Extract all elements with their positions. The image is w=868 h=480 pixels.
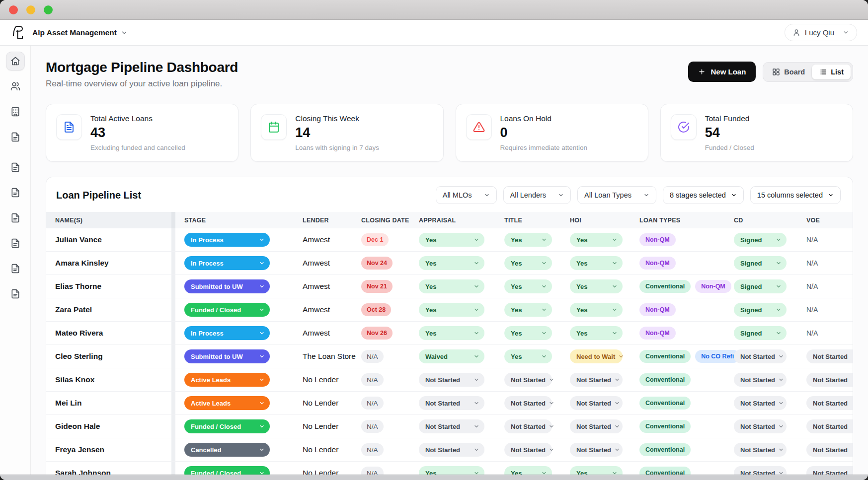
stat-caption: Excluding funded and cancelled — [90, 144, 185, 151]
voe-select[interactable]: Not Started — [806, 443, 853, 457]
close-window-button[interactable] — [9, 5, 18, 14]
sidebar-item-document-6[interactable] — [6, 208, 25, 227]
hoi-select[interactable]: Not Started — [570, 443, 623, 457]
frozen-column-divider — [171, 298, 175, 321]
filter-dropdown-0[interactable]: All MLOs — [436, 186, 497, 204]
new-loan-button[interactable]: New Loan — [688, 62, 756, 82]
title-select[interactable]: Not Started — [504, 419, 552, 433]
hoi-select[interactable]: Yes — [570, 233, 623, 247]
title-select[interactable]: Yes — [504, 349, 552, 363]
sidebar-item-document-4[interactable] — [6, 158, 25, 177]
hoi-select[interactable]: Not Started — [570, 373, 623, 387]
minimize-window-button[interactable] — [26, 5, 35, 14]
stat-card-on-hold: Loans On Hold 0 Requires immediate atten… — [456, 104, 648, 162]
voe-select[interactable]: Not Started — [806, 349, 853, 363]
hoi-select[interactable]: Yes — [570, 466, 623, 475]
cd-select[interactable]: Signed — [734, 279, 787, 293]
cd-select[interactable]: Not Started — [734, 443, 787, 457]
stage-select[interactable]: Submitted to UW — [184, 349, 270, 363]
sidebar-item-document-5[interactable] — [6, 183, 25, 202]
workspace-name[interactable]: Alp Asset Management — [32, 28, 117, 37]
voe-select[interactable]: Not Started — [806, 396, 853, 410]
cd-select[interactable]: Signed — [734, 256, 787, 270]
appraisal-select[interactable]: Not Started — [419, 443, 484, 457]
cd-select[interactable]: Signed — [734, 233, 787, 247]
stage-select[interactable]: Funded / Closed — [184, 419, 270, 433]
sidebar-item-building-2[interactable] — [6, 102, 25, 121]
filter-dropdown-2[interactable]: All Loan Types — [577, 186, 656, 204]
appraisal-select[interactable]: Not Started — [419, 419, 484, 433]
stage-select[interactable]: Funded / Closed — [184, 466, 270, 475]
calendar-icon — [261, 114, 287, 140]
sidebar-item-document-3[interactable] — [6, 128, 25, 146]
hoi-select[interactable]: Not Started — [570, 396, 623, 410]
filter-dropdown-3[interactable]: 8 stages selected — [663, 186, 744, 204]
hoi-select[interactable]: Yes — [570, 303, 623, 317]
sidebar-item-home-0[interactable] — [6, 52, 25, 70]
title-select[interactable]: Yes — [504, 303, 552, 317]
voe-select[interactable]: Not Started — [806, 373, 853, 387]
title-select[interactable]: Yes — [504, 326, 552, 340]
sidebar-item-users-1[interactable] — [6, 77, 25, 96]
cd-select[interactable]: Not Started — [734, 373, 787, 387]
board-view-button[interactable]: Board — [765, 65, 812, 79]
appraisal-select[interactable]: Yes — [419, 303, 484, 317]
cd-select[interactable]: Signed — [734, 326, 787, 340]
list-view-button[interactable]: List — [812, 65, 851, 79]
voe-select[interactable]: Not Started — [806, 466, 853, 475]
voe-value: N/A — [806, 282, 818, 290]
stage-select[interactable]: Funded / Closed — [184, 303, 270, 317]
sidebar-item-document-8[interactable] — [6, 259, 25, 278]
appraisal-select[interactable]: Yes — [419, 279, 484, 293]
appraisal-select[interactable]: Yes — [419, 326, 484, 340]
appraisal-select[interactable]: Waived — [419, 349, 484, 363]
frozen-column-divider[interactable] — [171, 212, 175, 228]
hoi-select[interactable]: Need to Wait — [570, 349, 623, 363]
zoom-window-button[interactable] — [44, 5, 53, 14]
hoi-select[interactable]: Yes — [570, 326, 623, 340]
filter-dropdown-4[interactable]: 15 columns selected — [750, 186, 841, 204]
appraisal-select[interactable]: Yes — [419, 466, 484, 475]
chevron-down-icon[interactable] — [121, 29, 128, 36]
hoi-select[interactable]: Yes — [570, 256, 623, 270]
stage-select[interactable]: In Process — [184, 326, 270, 340]
filter-dropdown-1[interactable]: All Lenders — [503, 186, 571, 204]
title-select[interactable]: Not Started — [504, 373, 552, 387]
borrower-name: Zara Patel — [46, 305, 171, 314]
title-select[interactable]: Not Started — [504, 396, 552, 410]
title-select[interactable]: Yes — [504, 233, 552, 247]
appraisal-select[interactable]: Not Started — [419, 396, 484, 410]
hoi-select[interactable]: Yes — [570, 279, 623, 293]
stage-select[interactable]: In Process — [184, 233, 270, 247]
cd-select[interactable]: Not Started — [734, 396, 787, 410]
title-select[interactable]: Not Started — [504, 443, 552, 457]
borrower-name: Silas Knox — [46, 375, 171, 384]
sidebar-item-document-7[interactable] — [6, 234, 25, 253]
lender-name: Amwest — [294, 235, 352, 244]
hoi-select[interactable]: Not Started — [570, 419, 623, 433]
appraisal-select[interactable]: Yes — [419, 233, 484, 247]
appraisal-select[interactable]: Not Started — [419, 373, 484, 387]
voe-select[interactable]: Not Started — [806, 419, 853, 433]
appraisal-select[interactable]: Yes — [419, 256, 484, 270]
title-select[interactable]: Yes — [504, 466, 552, 475]
stage-select[interactable]: Active Leads — [184, 396, 270, 410]
title-select[interactable]: Yes — [504, 279, 552, 293]
cd-select[interactable]: Not Started — [734, 419, 787, 433]
user-menu[interactable]: Lucy Qiu — [785, 24, 857, 41]
title-select[interactable]: Yes — [504, 256, 552, 270]
cd-select[interactable]: Not Started — [734, 466, 787, 475]
frozen-column-divider — [171, 345, 175, 368]
chevron-down-icon — [541, 307, 547, 313]
cd-select[interactable]: Not Started — [734, 349, 787, 363]
column-header-loan-types: LOAN TYPES — [631, 217, 725, 224]
sidebar-item-document-9[interactable] — [6, 284, 25, 303]
stage-select[interactable]: Submitted to UW — [184, 279, 270, 293]
chevron-down-icon — [778, 447, 784, 453]
stage-select[interactable]: Active Leads — [184, 373, 270, 387]
stage-select[interactable]: In Process — [184, 256, 270, 270]
stage-select[interactable]: Cancelled — [184, 443, 270, 457]
cd-select[interactable]: Signed — [734, 303, 787, 317]
lender-name: No Lender — [294, 422, 352, 431]
chevron-down-icon — [558, 192, 564, 198]
